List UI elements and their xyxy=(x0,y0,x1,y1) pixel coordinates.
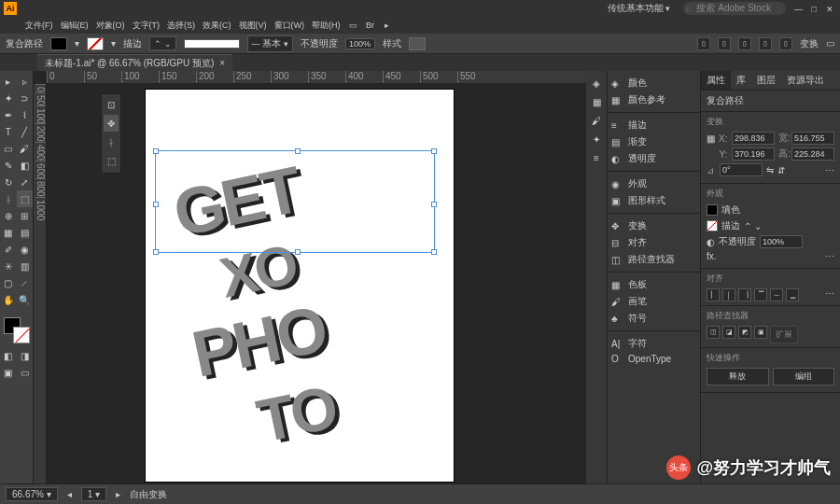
menu-window[interactable]: 窗口(W) xyxy=(272,20,308,32)
align-right[interactable]: ▕ xyxy=(738,288,751,301)
appearance-more-icon[interactable]: ⋯ xyxy=(825,251,834,261)
panel-color[interactable]: ◈颜色 xyxy=(608,75,700,91)
flip-h-icon[interactable]: ⇋ xyxy=(766,165,774,175)
align-bottom[interactable]: ▁ xyxy=(786,288,799,301)
menu-effect[interactable]: 效果(C) xyxy=(200,20,234,32)
align-left[interactable]: ▏ xyxy=(707,288,720,301)
x-input[interactable] xyxy=(732,132,775,145)
align-top[interactable]: ▔ xyxy=(754,288,767,301)
fill-dropdown[interactable]: ▾ xyxy=(75,38,79,49)
free-transform-widget[interactable]: ⊡ ✥ ⟊ ⬚ xyxy=(101,93,121,174)
screen-mode[interactable]: ▭ xyxy=(17,364,34,381)
panel-pathfinder[interactable]: ◫路径查找器 xyxy=(608,251,700,268)
flip-v-icon[interactable]: ⇵ xyxy=(777,165,785,175)
stroke-swatch[interactable] xyxy=(87,37,104,50)
ft-constrain-icon[interactable]: ⊡ xyxy=(104,96,119,113)
panel-character[interactable]: A|字符 xyxy=(608,335,700,352)
menu-select[interactable]: 选择(S) xyxy=(164,20,198,32)
artboard-select[interactable]: 1 ▾ xyxy=(81,487,106,501)
stroke-weight[interactable]: ⌃ ⌄ xyxy=(149,36,176,50)
pf-intersect[interactable]: ◩ xyxy=(738,326,751,339)
panel-align[interactable]: ⊟对齐 xyxy=(608,234,700,251)
dock-symbol-icon[interactable]: ✦ xyxy=(588,131,605,147)
menu-object[interactable]: 对象(O) xyxy=(93,20,128,32)
menu-edit[interactable]: 编辑(E) xyxy=(58,20,91,32)
prop-fill-swatch[interactable] xyxy=(707,204,718,216)
symbol-sprayer-tool[interactable]: ⚹ xyxy=(0,258,17,274)
line-tool[interactable]: ╱ xyxy=(17,123,34,140)
maximize-button[interactable]: □ xyxy=(807,5,820,14)
panel-stroke[interactable]: ≡描边 xyxy=(608,117,700,133)
pen-tool[interactable]: ✒ xyxy=(0,106,17,123)
ctrl-align-1[interactable]: ▯ xyxy=(697,37,710,50)
align-vcenter[interactable]: ─ xyxy=(770,288,783,301)
h-input[interactable] xyxy=(791,147,834,161)
hand-tool[interactable]: ✋ xyxy=(0,291,17,308)
angle-input[interactable] xyxy=(720,163,763,176)
prop-stroke-weight[interactable]: ⌃ ⌄ xyxy=(744,221,762,231)
graph-tool[interactable]: ▥ xyxy=(17,258,34,274)
search-input[interactable]: 搜索 Adobe Stock xyxy=(683,2,786,15)
artboard-nav-prev[interactable]: ◂ xyxy=(67,489,72,499)
panel-appearance[interactable]: ◉外观 xyxy=(608,175,700,192)
rectangle-tool[interactable]: ▭ xyxy=(0,140,17,157)
pf-exclude[interactable]: ▣ xyxy=(754,326,767,339)
rotate-tool[interactable]: ↻ xyxy=(0,174,17,190)
ctrl-align-3[interactable]: ▯ xyxy=(738,37,751,50)
tab-asset-export[interactable]: 资源导出 xyxy=(781,71,830,90)
canvas[interactable]: 050100150200250300350400450500550 050100… xyxy=(34,71,586,483)
panel-gradient[interactable]: ▤渐变 xyxy=(608,133,700,150)
dock-color-icon[interactable]: ◈ xyxy=(588,75,605,91)
reference-point[interactable]: ▦ xyxy=(707,133,715,144)
arrange-icon[interactable]: ▭ xyxy=(347,19,360,32)
group-button[interactable]: 编组 xyxy=(773,368,835,385)
menu-type[interactable]: 文字(T) xyxy=(130,20,163,32)
panel-color-guide[interactable]: ▦颜色参考 xyxy=(608,91,700,108)
tab-close-icon[interactable]: × xyxy=(219,58,225,68)
panel-swatches[interactable]: ▦色板 xyxy=(608,276,700,293)
prop-stroke-swatch[interactable] xyxy=(707,220,718,231)
pf-minus[interactable]: ◪ xyxy=(722,326,735,339)
selection-tool[interactable]: ▸ xyxy=(0,73,17,90)
fill-stroke-indicator[interactable] xyxy=(4,317,30,343)
perspective-tool[interactable]: ⊞ xyxy=(17,207,34,224)
document-tab[interactable]: 未标题-1.ai* @ 66.67% (RGB/GPU 预览)× xyxy=(37,54,232,72)
shape-builder-tool[interactable]: ⊕ xyxy=(0,207,17,224)
ctrl-align-5[interactable]: ▯ xyxy=(779,37,792,50)
gpu-icon[interactable]: ▸ xyxy=(381,19,394,32)
blend-tool[interactable]: ◉ xyxy=(17,241,34,258)
pf-unite[interactable]: ◫ xyxy=(707,326,720,339)
dock-stroke-icon[interactable]: ≡ xyxy=(588,149,605,166)
panel-brushes[interactable]: 🖌画笔 xyxy=(608,293,700,310)
ctrl-align-4[interactable]: ▯ xyxy=(759,37,772,50)
direct-selection-tool[interactable]: ▹ xyxy=(17,73,34,90)
eraser-tool[interactable]: ◧ xyxy=(17,157,34,174)
shaper-tool[interactable]: ✎ xyxy=(0,157,17,174)
minimize-button[interactable]: — xyxy=(791,5,805,14)
type-tool[interactable]: T xyxy=(0,123,17,140)
panel-symbols[interactable]: ♣符号 xyxy=(608,310,700,327)
slice-tool[interactable]: ⟋ xyxy=(17,274,34,291)
stroke-dropdown[interactable]: ▾ xyxy=(111,38,116,49)
ft-distort-icon[interactable]: ⬚ xyxy=(104,152,119,169)
artboard-tool[interactable]: ▢ xyxy=(0,274,17,291)
align-more-icon[interactable]: ⋯ xyxy=(825,288,834,301)
menu-file[interactable]: 文件(F) xyxy=(22,20,56,32)
style-swatch[interactable] xyxy=(409,37,426,50)
artwork-line4[interactable]: TO xyxy=(251,371,342,456)
panel-transform[interactable]: ✥变换 xyxy=(608,217,700,234)
zoom-tool[interactable]: 🔍 xyxy=(17,291,34,308)
lasso-tool[interactable]: ⊃ xyxy=(17,90,34,106)
width-tool[interactable]: ⟊ xyxy=(0,190,17,207)
brush-def[interactable]: — 基本 ▾ xyxy=(247,35,293,52)
opacity-input[interactable] xyxy=(345,38,375,49)
close-button[interactable]: ✕ xyxy=(823,5,836,14)
w-input[interactable] xyxy=(791,132,834,145)
panel-opentype[interactable]: OOpenType xyxy=(608,352,700,366)
panel-transparency[interactable]: ◐透明度 xyxy=(608,150,700,167)
tab-layers[interactable]: 图层 xyxy=(751,71,781,90)
tab-properties[interactable]: 属性 xyxy=(701,71,731,90)
stroke-profile[interactable] xyxy=(184,39,240,49)
paintbrush-tool[interactable]: 🖌 xyxy=(17,140,34,157)
bridge-icon[interactable]: Br xyxy=(364,19,377,32)
